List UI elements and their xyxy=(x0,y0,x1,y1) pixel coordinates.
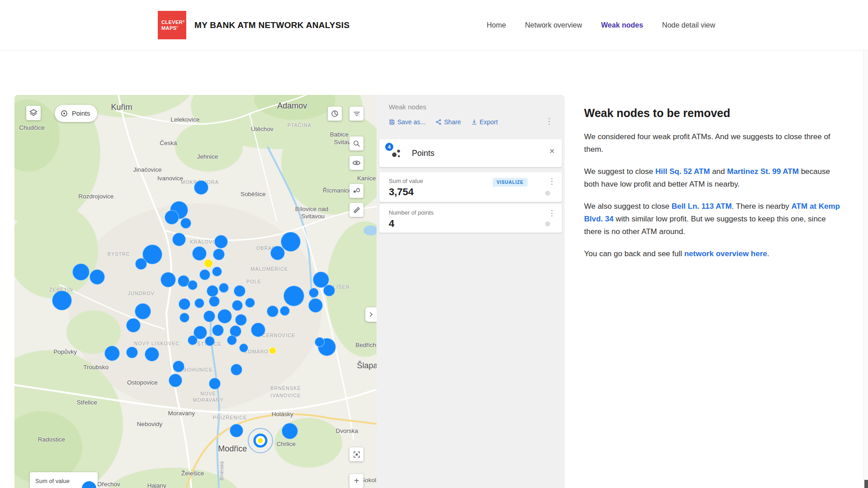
atm-bubble[interactable] xyxy=(270,246,285,260)
atm-bubble[interactable] xyxy=(188,280,198,290)
filter-button[interactable] xyxy=(349,107,363,121)
atm-bubble[interactable] xyxy=(239,343,248,352)
map-place-label: Dvorska xyxy=(336,427,359,434)
atm-bubble[interactable] xyxy=(251,323,265,337)
nav-item-home[interactable]: Home xyxy=(487,21,506,29)
export-button[interactable]: Export xyxy=(471,118,498,126)
atm-bubble[interactable] xyxy=(194,298,204,308)
atm-bubble[interactable] xyxy=(52,291,72,310)
atm-bubble[interactable] xyxy=(72,263,90,281)
atm-bubble[interactable] xyxy=(205,336,215,346)
atm-bubble[interactable] xyxy=(280,306,290,316)
atm-bubble[interactable] xyxy=(165,210,179,225)
expand-panel-button[interactable] xyxy=(365,307,377,322)
zoom-in-button[interactable]: + xyxy=(349,474,363,488)
nav-item-node-detail-view[interactable]: Node detail view xyxy=(662,21,715,29)
nav-item-network-overview[interactable]: Network overview xyxy=(525,21,582,29)
map-place-label: Soběšice xyxy=(241,191,266,197)
atm-bubble[interactable] xyxy=(135,303,151,319)
screenshot-button[interactable] xyxy=(349,447,363,461)
sum-menu-button[interactable]: ⋮ xyxy=(548,178,556,185)
eye-icon xyxy=(352,159,361,167)
atm-bubble[interactable] xyxy=(235,314,247,326)
nav-item-weak-nodes[interactable]: Weak nodes xyxy=(601,21,643,29)
atm-bubble[interactable] xyxy=(90,269,105,285)
atm-bubble[interactable] xyxy=(212,267,222,277)
atm-bubble[interactable] xyxy=(169,374,182,387)
atm-bubble[interactable] xyxy=(227,335,237,345)
atm-bubble[interactable] xyxy=(219,283,229,293)
atm-bubble[interactable] xyxy=(192,246,207,261)
visibility-button[interactable] xyxy=(349,156,363,170)
article-paragraph: You can go back and see full network ove… xyxy=(584,248,844,260)
atm-bubble[interactable] xyxy=(180,218,191,229)
map-place-label: BOHUNICE xyxy=(184,367,213,372)
atm-bubble[interactable] xyxy=(135,258,147,270)
atm-bubble[interactable] xyxy=(230,424,243,437)
scrollbar-thumb[interactable] xyxy=(864,480,868,488)
sum-toggle-dot[interactable] xyxy=(545,191,550,196)
points-layer-pill[interactable]: Points xyxy=(55,105,97,122)
save-as-button[interactable]: Save as... xyxy=(389,118,425,126)
atm-bubble[interactable] xyxy=(199,269,210,280)
atm-bubble[interactable] xyxy=(209,378,221,389)
atm-bubble[interactable] xyxy=(217,309,232,324)
atm-bubble[interactable] xyxy=(194,180,208,195)
map-canvas[interactable]: KuřimAdamovModřiceŠlapaniceChudčiceLelek… xyxy=(14,95,377,488)
atm-bubble[interactable] xyxy=(308,298,323,313)
atm-bubble-weak[interactable] xyxy=(204,259,213,268)
atm-bubble[interactable] xyxy=(212,324,224,336)
chart-button[interactable] xyxy=(328,107,342,121)
atm-bubble[interactable] xyxy=(104,346,120,361)
inline-link[interactable]: Bell Ln. 113 ATM xyxy=(671,202,731,211)
layers-button[interactable] xyxy=(26,106,41,120)
atm-bubble[interactable] xyxy=(323,285,335,296)
atm-bubble[interactable] xyxy=(214,235,228,249)
atm-bubble[interactable] xyxy=(188,335,198,345)
count-toggle-dot[interactable] xyxy=(545,221,550,226)
map-place-label: Útěchov xyxy=(251,125,274,132)
atm-bubble[interactable] xyxy=(309,288,319,298)
clevermaps-logo[interactable]: CLEVER° MAPS' xyxy=(158,11,186,39)
atm-bubble[interactable] xyxy=(160,272,176,287)
atm-bubble[interactable] xyxy=(213,249,225,260)
atm-bubble[interactable] xyxy=(173,361,184,372)
page-scrollbar[interactable] xyxy=(863,51,868,488)
close-points-card-button[interactable]: × xyxy=(549,146,555,155)
atm-bubble[interactable] xyxy=(283,286,304,306)
atm-bubble[interactable] xyxy=(281,232,301,252)
article-paragraph: We also suggest to close Bell Ln. 113 AT… xyxy=(584,200,844,238)
atm-bubble[interactable] xyxy=(179,313,189,323)
atm-bubble[interactable] xyxy=(231,364,242,375)
inline-link[interactable]: Hill Sq. 52 ATM xyxy=(656,167,710,176)
atm-bubble[interactable] xyxy=(207,285,218,297)
atm-bubble[interactable] xyxy=(203,310,215,322)
map-place-label: Nebovidy xyxy=(137,421,162,427)
atm-bubble[interactable] xyxy=(172,233,186,246)
atm-bubble[interactable] xyxy=(267,305,278,317)
inline-link[interactable]: network overview here xyxy=(684,249,767,258)
atm-bubble[interactable] xyxy=(315,337,325,347)
share-button[interactable]: Share xyxy=(435,118,461,126)
atm-bubble[interactable] xyxy=(245,298,255,308)
search-button[interactable] xyxy=(349,136,363,150)
point-style-button[interactable] xyxy=(349,184,363,198)
app-header: CLEVER° MAPS' MY BANK ATM NETWORK ANALYS… xyxy=(0,0,868,51)
atm-bubble[interactable] xyxy=(126,318,141,333)
panel-menu-button[interactable]: ⋮ xyxy=(545,117,553,125)
count-menu-button[interactable]: ⋮ xyxy=(548,209,556,217)
atm-bubble[interactable] xyxy=(145,347,159,361)
atm-bubble[interactable] xyxy=(179,298,190,310)
measure-button[interactable] xyxy=(349,203,363,217)
atm-bubble[interactable] xyxy=(126,347,138,358)
atm-bubble[interactable] xyxy=(232,300,243,311)
atm-bubble[interactable] xyxy=(282,423,298,439)
atm-bubble-weak[interactable] xyxy=(269,347,276,354)
map-place-label: KOMÁROV xyxy=(244,349,272,354)
article-text: We suggest to close xyxy=(584,167,656,176)
points-dataset-card: 4 Points × xyxy=(379,139,562,167)
atm-bubble[interactable] xyxy=(234,285,245,297)
visualize-chip[interactable]: VISUALIZE xyxy=(493,178,528,187)
inline-link[interactable]: Martinez St. 99 ATM xyxy=(727,167,799,176)
atm-bubble[interactable] xyxy=(209,296,220,307)
